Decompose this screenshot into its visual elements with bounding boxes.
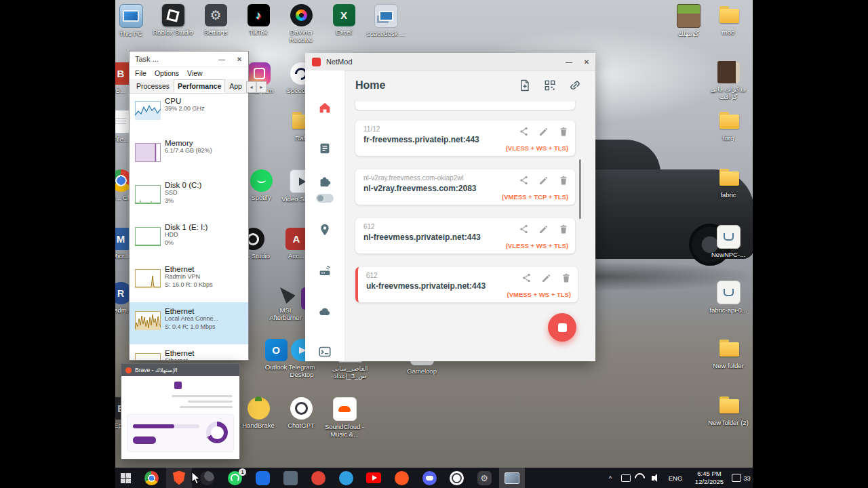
menu-file[interactable]: File [135,69,146,77]
desktop-icon-new-folder-2[interactable]: New folder (2) [709,394,747,426]
taskbar-chrome[interactable] [138,468,164,488]
minimize-button[interactable]: — [213,52,231,66]
server-list-icon[interactable] [317,141,332,156]
tab-scroll-arrows: ◂ ▸ [246,81,267,93]
taskbar-brave[interactable] [166,468,192,488]
tab-app[interactable]: App [225,79,246,93]
taskbar-slate-app[interactable] [277,468,303,488]
menu-options[interactable]: Options [155,69,179,77]
brave-titlebar[interactable]: Brave - الإستهلاك [121,364,239,376]
chatgpt-icon [450,471,464,485]
delete-icon[interactable] [557,223,570,235]
purple-button[interactable] [133,436,156,444]
desktop-icon-forg-folder[interactable]: forg [709,110,747,142]
add-config-icon[interactable] [518,79,532,92]
tab-performance[interactable]: Performance [174,79,225,93]
desktop-icon-handbrake[interactable]: HandBrake [239,397,277,429]
usage-progress-fill [133,424,174,428]
server-card-selected[interactable]: 612 uk-freevmess.privateip.net:443 (VMES… [355,267,578,302]
folder-icon [717,4,740,26]
server-card[interactable]: 612 nl-freevmess.privateip.net:443 (VLES… [355,218,575,253]
desktop-icon-mod-folder[interactable]: mod [709,4,747,36]
edit-icon[interactable] [538,174,550,186]
delete-icon[interactable] [557,174,570,186]
server-card[interactable]: nl-v2ray.freevmess.com-okiap2wl nl-v2ray… [355,169,575,205]
perf-item-cpu[interactable]: CPU 39% 2.00 GHz [130,92,248,134]
tab-processes[interactable]: Processes [132,79,174,93]
close-button[interactable]: ✕ [231,52,248,66]
usage-progress [133,424,199,428]
desktop-icon-spacedesk[interactable]: spacedesk ... [367,4,405,37]
share-icon[interactable] [518,125,530,138]
hidden-icons-chevron[interactable]: ^ [605,468,616,488]
desktop-icon-fabric-folder[interactable]: fabric [709,167,747,199]
perf-item-ethernet-3[interactable]: Ethernet Ethernet S: 0.5 R: 1.2 Mbps [130,344,248,360]
display-tray-icon[interactable] [620,468,632,488]
desktop-icon-tiktok[interactable]: TikTok [239,4,277,36]
netmod-window: NetMod — ✕ [305,53,595,361]
plugin-icon[interactable] [317,174,332,189]
desktop-icon-chatgpt[interactable]: ChatGPT [282,397,320,429]
taskbar-discord[interactable] [416,468,442,488]
netmod-titlebar[interactable]: NetMod — ✕ [305,53,595,71]
taskbar-orange-app[interactable] [389,468,414,488]
perf-item-disk0[interactable]: Disk 0 (C:) SSD 3% [130,176,248,218]
share-icon[interactable] [518,223,530,235]
location-pin-icon[interactable] [317,222,332,237]
delete-icon[interactable] [557,125,570,138]
share-icon[interactable] [521,272,533,284]
close-button[interactable]: ✕ [578,53,595,70]
taskbar-blue-app-2[interactable] [333,468,359,488]
taskbar-active-app[interactable] [499,468,525,488]
qr-scan-icon[interactable] [543,79,557,92]
desktop-icon-arabic-folder[interactable]: كوينهلك [669,4,707,37]
desktop-icon-roblox-studio[interactable]: Roblox Studio [154,4,192,36]
desktop-icon-newnpc-jar[interactable]: NewNPC-... [709,225,747,258]
perf-item-memory[interactable]: Memory 6.1/7.4 GB (82%) [130,134,248,176]
cloud-icon[interactable] [317,304,332,319]
stop-connection-button[interactable] [548,313,576,342]
minimize-button[interactable]: — [560,53,578,70]
taskbar-youtube[interactable] [361,468,387,488]
network-tray-icon[interactable] [633,468,646,488]
desktop-icon-davinci-resolve[interactable]: DaVinci Resolve [282,4,320,43]
scrollbar-thumb[interactable] [579,159,581,219]
taskbar-chatgpt[interactable] [443,468,469,488]
share-icon[interactable] [518,174,530,186]
terminal-icon[interactable] [317,344,332,359]
language-indicator[interactable]: ENG [665,468,686,488]
desktop-icon-notes-book[interactable]: مذكرات مانى كرافت [709,61,747,100]
start-button[interactable] [115,468,138,488]
link-icon[interactable] [568,79,582,92]
desktop-icon-excel[interactable]: Excel [325,4,363,36]
plugin-toggle[interactable] [316,194,334,203]
taskbar-red-app[interactable] [305,468,331,488]
desktop-icon-soundcloud[interactable]: SoundCloud - Music &... [326,397,363,438]
taskbar-whatsapp[interactable]: 1 [222,468,248,488]
taskbar-settings[interactable] [471,468,497,488]
tab-scroll-right-icon[interactable]: ▸ [256,81,267,93]
task-manager-titlebar[interactable]: Task ... — ✕ [130,52,248,67]
server-card-partial[interactable] [355,102,575,110]
desktop-icon-settings[interactable]: Settings [197,4,235,36]
desktop-icon-fabric-api-jar[interactable]: fabric-api-0... [709,281,747,314]
edit-icon[interactable] [538,125,550,138]
clock[interactable]: 6:45 PM 12/2/2025 [688,468,731,488]
perf-item-ethernet-radmin[interactable]: Ethernet Radmin VPN S: 16.0 R: 0 Kbps [130,260,248,302]
menu-view[interactable]: View [187,69,203,77]
desktop-icon-this-pc[interactable]: This PC [115,4,150,37]
server-card[interactable]: 11/12 fr-freevmess.privateip.net:443 (VL… [355,121,575,156]
edit-icon[interactable] [538,223,550,235]
edit-icon[interactable] [540,272,553,284]
tab-scroll-left-icon[interactable]: ◂ [246,81,256,93]
java-jar-icon [717,225,741,249]
delete-icon[interactable] [560,272,572,284]
router-ip-icon[interactable] [317,263,332,278]
perf-item-ethernet-lan[interactable]: Ethernet Local Area Conne... S: 0.4 R: 1… [130,302,248,344]
perf-item-disk1[interactable]: Disk 1 (E: I:) HDD 0% [130,218,248,260]
action-center[interactable]: 33 [731,468,751,488]
home-icon[interactable] [317,100,332,115]
volume-tray-icon[interactable] [647,468,659,488]
taskbar-blue-app[interactable] [250,468,275,488]
desktop-icon-new-folder[interactable]: New folder [709,338,747,369]
